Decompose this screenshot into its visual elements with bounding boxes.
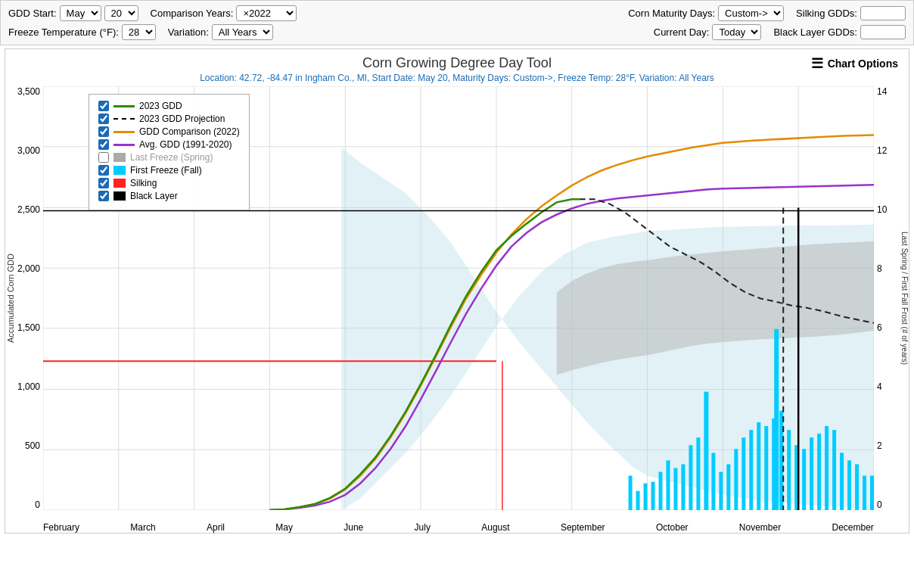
current-day-select[interactable]: Today	[712, 24, 761, 40]
legend-label-first-freeze: First Freeze (Fall)	[130, 165, 202, 176]
freeze-bar	[810, 437, 813, 510]
legend-item-silking: Silking	[98, 178, 240, 188]
y-left-tick-2500: 2,500	[17, 204, 40, 215]
chart-options-button[interactable]: ☰ Chart Options	[811, 55, 898, 72]
freeze-bar	[689, 445, 692, 510]
freeze-bar	[711, 453, 715, 510]
variation-label: Variation:	[168, 26, 209, 38]
chart-container: Corn Growing Degree Day Tool ☰ Chart Opt…	[5, 48, 909, 534]
x-tick-sep: September	[561, 522, 605, 533]
variation-group: Variation: All Years	[168, 24, 273, 40]
x-tick-nov: November	[739, 522, 781, 533]
current-day-group: Current Day: Today	[654, 24, 762, 40]
x-tick-aug: August	[481, 522, 509, 533]
legend-label-avg-gdd: Avg. GDD (1991-2020)	[139, 139, 232, 150]
gdd-start-day-select[interactable]: 20	[104, 5, 138, 21]
legend-checkbox-black-layer[interactable]	[98, 191, 109, 201]
current-day-label: Current Day:	[654, 26, 710, 38]
freeze-bar	[749, 430, 753, 510]
legend-label-gdd2023: 2023 GDD	[139, 101, 182, 111]
freeze-bar	[787, 430, 791, 510]
variation-select[interactable]: All Years	[212, 24, 273, 40]
freeze-bar	[825, 426, 829, 510]
comparison-years-label: Comparison Years:	[151, 8, 234, 19]
freeze-bar	[855, 464, 859, 510]
y-left-tick-3000: 3,000	[17, 145, 40, 156]
corn-maturity-select[interactable]: Custom->	[718, 5, 784, 21]
freeze-temp-group: Freeze Temperature (°F): 28	[8, 24, 156, 40]
legend-checkbox-gdd-comparison[interactable]	[98, 126, 109, 137]
legend-checkbox-last-freeze[interactable]	[98, 152, 109, 163]
freeze-bar	[832, 430, 836, 510]
silking-gdds-input[interactable]: 1235	[860, 6, 906, 20]
y-left-tick-500: 500	[25, 440, 40, 451]
freeze-bar	[629, 476, 633, 510]
freeze-bar	[636, 491, 640, 510]
x-tick-oct: October	[656, 522, 689, 533]
legend-label-silking: Silking	[130, 178, 157, 188]
y-left-tick-2000: 2,000	[17, 263, 40, 274]
legend-label-gdd2023proj: 2023 GDD Projection	[139, 114, 225, 124]
freeze-temp-label: Freeze Temperature (°F):	[8, 26, 119, 38]
freeze-bar	[696, 437, 700, 510]
legend-item-gdd-comparison: GDD Comparison (2022)	[98, 126, 240, 137]
black-layer-gdds-group: Black Layer GDDs: 2475	[773, 25, 906, 39]
freeze-bar	[681, 464, 685, 510]
x-tick-apr: April	[207, 522, 225, 533]
comparison-years-select[interactable]: ×2022	[236, 5, 297, 21]
legend-item-last-freeze: Last Freeze (Spring)	[98, 152, 240, 163]
corn-maturity-label: Corn Maturity Days:	[628, 8, 715, 19]
legend-rect-silking	[113, 179, 126, 188]
comparison-years-group: Comparison Years: ×2022	[151, 5, 297, 21]
gdd-start-month-select[interactable]: May	[60, 5, 101, 21]
legend-checkbox-first-freeze[interactable]	[98, 165, 109, 176]
freeze-temp-select[interactable]: 28	[122, 24, 156, 40]
legend-checkbox-avg-gdd[interactable]	[98, 139, 109, 150]
freeze-bar	[659, 472, 663, 510]
y-axis-left-label: Accumulated Corn GDD	[6, 254, 15, 343]
y-left-tick-0: 0	[35, 499, 40, 510]
legend-item-gdd2023proj: 2023 GDD Projection	[98, 114, 240, 124]
controls-bar: GDD Start: May 20 Comparison Years: ×202…	[0, 0, 914, 45]
silking-gdds-label: Silking GDDs:	[796, 8, 857, 19]
x-tick-dec: December	[832, 522, 874, 533]
legend-label-black-layer: Black Layer	[130, 191, 178, 201]
legend-line-avg-gdd	[113, 144, 135, 146]
freeze-bar	[741, 437, 745, 510]
legend-checkbox-silking[interactable]	[98, 178, 109, 188]
chart-title: Corn Growing Degree Day Tool	[5, 55, 909, 71]
y-axis-left-label-container: Accumulated Corn GDD	[5, 86, 16, 510]
legend-label-gdd-comparison: GDD Comparison (2022)	[139, 126, 240, 137]
chart-area: 0 500 1,000 1,500 2,000 2,500 3,000 3,50…	[5, 86, 909, 533]
x-tick-feb: February	[43, 522, 79, 533]
freeze-bar	[719, 472, 723, 510]
freeze-bar	[817, 434, 821, 510]
y-left-tick-1000: 1,000	[17, 381, 40, 392]
gdd-start-label: GDD Start:	[8, 8, 57, 19]
legend-checkbox-gdd2023proj[interactable]	[98, 114, 109, 124]
hamburger-icon: ☰	[811, 55, 823, 72]
controls-row-2: Freeze Temperature (°F): 28 Variation: A…	[8, 24, 906, 40]
legend-checkbox-gdd2023[interactable]	[98, 101, 109, 111]
freeze-bar	[673, 468, 677, 510]
legend-rect-black-layer	[113, 191, 126, 201]
freeze-bar	[651, 482, 655, 510]
freeze-bar	[734, 449, 738, 510]
chart-header: Corn Growing Degree Day Tool ☰ Chart Opt…	[5, 49, 909, 73]
legend-label-last-freeze: Last Freeze (Spring)	[130, 152, 213, 163]
legend-line-gdd2023proj	[113, 118, 135, 120]
plot-area: 2023 GDD 2023 GDD Projection GDD Compari…	[43, 86, 874, 510]
freeze-bar	[802, 449, 806, 510]
black-layer-gdds-label: Black Layer GDDs:	[773, 26, 857, 38]
black-layer-gdds-input[interactable]: 2475	[860, 25, 906, 39]
x-axis: February March April May June July Augus…	[43, 522, 874, 533]
legend-line-gdd2023	[113, 105, 135, 107]
legend: 2023 GDD 2023 GDD Projection GDD Compari…	[89, 94, 250, 210]
chart-options-label: Chart Options	[828, 58, 898, 70]
silking-gdds-group: Silking GDDs: 1235	[796, 6, 906, 20]
legend-rect-last-freeze	[113, 153, 126, 162]
freeze-bar	[726, 464, 730, 510]
x-tick-may: May	[275, 522, 293, 533]
chart-subtitle: Location: 42.72, -84.47 in Ingham Co., M…	[5, 73, 909, 83]
freeze-bar	[764, 426, 768, 510]
